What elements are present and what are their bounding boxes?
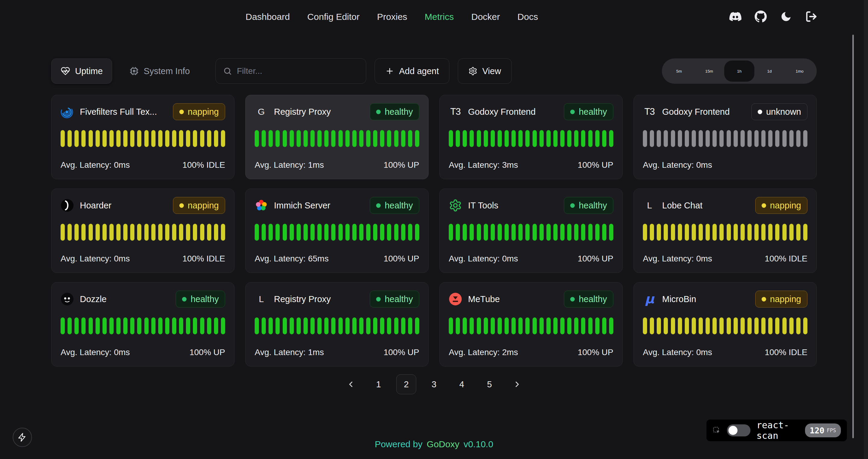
avg-latency: Avg. Latency: 0ms — [643, 348, 712, 357]
uptime-bar — [741, 318, 745, 334]
tab-system-info[interactable]: System Info — [120, 59, 199, 84]
uptime-bar — [172, 130, 176, 147]
uptime-bar — [761, 224, 766, 241]
uptime-card-registry-proxy[interactable]: GRegistry ProxyhealthyAvg. Latency: 1ms1… — [245, 95, 429, 179]
prev-page-button[interactable] — [341, 374, 361, 394]
uptime-bar — [595, 130, 599, 147]
uptime-bar — [324, 318, 329, 334]
logout-button[interactable] — [805, 10, 817, 24]
uptime-bar — [380, 318, 384, 334]
uptime-card-lobe-chat[interactable]: LLobe ChatnappingAvg. Latency: 0ms100% I… — [633, 189, 817, 273]
uptime-percent: 100% IDLE — [182, 160, 225, 170]
uptime-card-immich-server[interactable]: Immich ServerhealthyAvg. Latency: 65ms10… — [245, 189, 429, 273]
status-label: napping — [188, 107, 219, 117]
uptime-bar — [74, 130, 79, 147]
uptime-card-hoarder[interactable]: HoardernappingAvg. Latency: 0ms100% IDLE — [51, 189, 235, 273]
status-badge-healthy: healthy — [564, 291, 613, 307]
status-badge-napping: napping — [173, 103, 225, 120]
uptime-card-dozzle[interactable]: DozzlehealthyAvg. Latency: 0ms100% UP — [51, 282, 235, 366]
uptime-bar — [595, 224, 599, 241]
uptime-bar — [110, 318, 114, 334]
discord-icon — [730, 10, 741, 23]
uptime-bar — [719, 224, 724, 241]
nav-item-config-editor[interactable]: Config Editor — [307, 12, 360, 22]
app-name: Godoxy Frontend — [662, 107, 730, 117]
uptime-bar — [741, 224, 745, 241]
nav-item-docker[interactable]: Docker — [471, 12, 500, 22]
uptime-bar — [789, 130, 794, 147]
time-range-1mo[interactable]: 1mo — [784, 61, 815, 81]
status-dot — [179, 110, 184, 114]
time-range-1h[interactable]: 1h — [724, 61, 754, 81]
uptime-bar — [144, 318, 149, 334]
uptime-bar — [678, 318, 682, 334]
uptime-bar — [221, 318, 225, 334]
github-button[interactable] — [755, 10, 767, 24]
uptime-bar — [297, 224, 301, 241]
uptime-bar — [734, 224, 738, 241]
uptime-bar — [193, 318, 197, 334]
nav-item-dashboard[interactable]: Dashboard — [246, 12, 290, 22]
fps-badge: 120 FPS — [805, 423, 841, 437]
uptime-card-godoxy-frontend[interactable]: T3Godoxy FrontendhealthyAvg. Latency: 3m… — [439, 95, 623, 179]
uptime-bar — [297, 318, 301, 334]
view-button[interactable]: View — [458, 59, 512, 84]
uptime-bar — [408, 224, 412, 241]
status-badge-napping: napping — [755, 197, 807, 214]
fivefilters-icon — [61, 105, 74, 118]
pagination: 12345 — [341, 374, 527, 394]
nav-icon-bar — [730, 0, 817, 34]
nav-item-proxies[interactable]: Proxies — [377, 12, 407, 22]
page-1-button[interactable]: 1 — [369, 374, 389, 394]
metrics-page: DashboardConfig EditorProxiesMetricsDock… — [0, 0, 868, 459]
time-range-15m[interactable]: 15m — [694, 61, 724, 81]
uptime-bar — [89, 224, 93, 241]
uptime-bar — [179, 318, 183, 334]
time-range-1d[interactable]: 1d — [754, 61, 784, 81]
filter-input[interactable] — [237, 66, 359, 76]
tab-uptime[interactable]: Uptime — [51, 59, 112, 84]
add-agent-button[interactable]: Add agent — [375, 59, 450, 84]
uptime-card-registry-proxy[interactable]: LRegistry ProxyhealthyAvg. Latency: 1ms1… — [245, 282, 429, 366]
react-scan-toggle[interactable] — [727, 424, 750, 436]
uptime-bar — [518, 318, 523, 334]
uptime-bar — [110, 130, 114, 147]
page-2-button[interactable]: 2 — [396, 374, 416, 394]
godoxy-link[interactable]: GoDoxy — [427, 439, 459, 449]
status-label: healthy — [384, 107, 413, 117]
inspect-icon[interactable] — [712, 425, 721, 436]
uptime-bar — [602, 318, 607, 334]
uptime-card-microbin[interactable]: μMicroBinnappingAvg. Latency: 0ms100% ID… — [633, 282, 817, 366]
uptime-card-fivefilters-full-tex[interactable]: Fivefilters Full Tex...nappingAvg. Laten… — [51, 95, 235, 179]
uptime-bar — [387, 130, 391, 147]
uptime-bar — [165, 224, 169, 241]
time-range-5m[interactable]: 5m — [664, 61, 694, 81]
scrollbar-thumb[interactable] — [852, 35, 854, 438]
next-page-button[interactable] — [507, 374, 527, 394]
uptime-bar — [470, 224, 474, 241]
avg-latency: Avg. Latency: 2ms — [449, 348, 518, 357]
uptime-card-metube[interactable]: MeTubehealthyAvg. Latency: 2ms100% UP — [439, 282, 623, 366]
card-stats: Avg. Latency: 1ms100% UP — [255, 160, 419, 171]
quick-actions-button[interactable] — [13, 428, 32, 447]
uptime-bar — [269, 224, 273, 241]
version-link[interactable]: v0.10.0 — [464, 439, 493, 449]
discord-button[interactable] — [730, 10, 741, 24]
nav-item-metrics[interactable]: Metrics — [425, 12, 454, 22]
uptime-card-it-tools[interactable]: IT ToolshealthyAvg. Latency: 0ms100% UP — [439, 189, 623, 273]
avg-latency: Avg. Latency: 65ms — [255, 254, 329, 264]
uptime-bar — [130, 130, 134, 147]
page-3-button[interactable]: 3 — [424, 374, 444, 394]
nav-item-docs[interactable]: Docs — [518, 12, 538, 22]
uptime-bar — [547, 318, 551, 334]
moon-button[interactable] — [780, 10, 792, 24]
uptime-bar — [207, 130, 211, 147]
uptime-percent: 100% UP — [190, 348, 225, 357]
uptime-bar — [560, 224, 564, 241]
uptime-bar — [643, 224, 647, 241]
uptime-bar — [547, 130, 551, 147]
uptime-card-godoxy-frontend[interactable]: T3Godoxy FrontendunknownAvg. Latency: 0m… — [633, 95, 817, 179]
page-5-button[interactable]: 5 — [479, 374, 499, 394]
uptime-bar — [214, 224, 218, 241]
page-4-button[interactable]: 4 — [452, 374, 472, 394]
